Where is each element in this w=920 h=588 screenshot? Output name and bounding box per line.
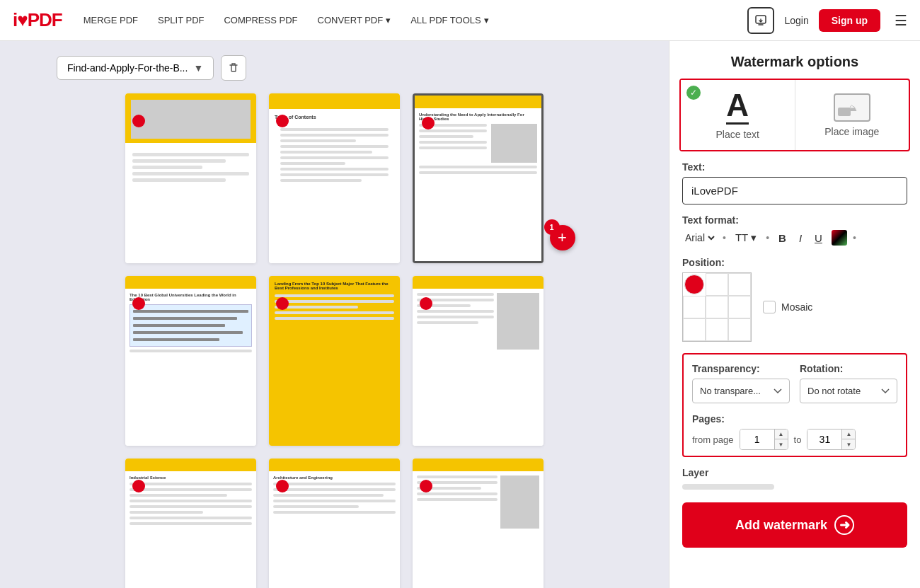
bold-button[interactable]: B — [775, 231, 790, 246]
pages-inputs: from page ▲ ▼ to ▲ ▼ — [692, 429, 897, 450]
position-bottom-center[interactable] — [706, 318, 728, 341]
main-layout: Find-and-Apply-For-the-B... ▼ Find and A… — [0, 41, 920, 588]
page-card[interactable] — [413, 276, 544, 446]
position-section: Position: Mos — [669, 257, 920, 353]
nav-compress-pdf[interactable]: COMPRESS PDF — [224, 15, 297, 25]
pages-label: Pages: — [692, 413, 897, 425]
from-page-input[interactable] — [740, 430, 774, 449]
page-count-badge: 1 — [544, 219, 560, 235]
place-image-label: Place image — [824, 126, 879, 137]
watermark-indicator — [132, 297, 145, 310]
logo[interactable]: i♥PDF — [13, 9, 62, 31]
to-page-spinners: ▲ ▼ — [841, 430, 855, 449]
page-card[interactable]: Landing From the Top 10 Subject Major Th… — [269, 276, 400, 446]
underline-button[interactable]: U — [811, 231, 826, 246]
font-family-select[interactable]: Arial — [682, 231, 717, 244]
page-card[interactable] — [413, 459, 544, 588]
header: i♥PDF MERGE PDF SPLIT PDF COMPRESS PDF C… — [0, 0, 920, 41]
layer-section: Layer — [669, 467, 920, 497]
add-page-button[interactable]: 1 + — [550, 225, 575, 250]
file-name: Find-and-Apply-For-the-B... — [67, 62, 188, 74]
page-card[interactable]: Table of Contents — [269, 93, 400, 263]
add-page-area: 1 + — [557, 232, 582, 258]
add-watermark-label: Add watermark — [735, 518, 827, 533]
logo-text: i♥PDF — [13, 9, 62, 31]
file-dropdown[interactable]: Find-and-Apply-For-the-B... ▼ — [57, 56, 214, 80]
file-selector: Find-and-Apply-For-the-B... ▼ — [57, 55, 246, 81]
nav-split-pdf[interactable]: SPLIT PDF — [158, 15, 205, 25]
nav-merge-pdf[interactable]: MERGE PDF — [84, 15, 138, 25]
watermark-type-options: ✓ A Place text Place image — [679, 79, 910, 151]
watermark-indicator — [276, 297, 289, 310]
italic-button[interactable]: I — [795, 231, 805, 246]
position-mid-right[interactable] — [728, 296, 751, 318]
position-bottom-left[interactable] — [683, 318, 706, 341]
delete-file-button[interactable] — [221, 55, 246, 81]
add-watermark-button[interactable]: Add watermark ➜ — [682, 502, 907, 548]
to-page-input-wrap: ▲ ▼ — [807, 429, 856, 450]
to-page-up[interactable]: ▲ — [842, 430, 855, 439]
rotation-select[interactable]: Do not rotate — [800, 379, 897, 403]
image-placeholder-icon — [834, 93, 870, 122]
text-format-row: Arial • TT ▾ • B I U • — [682, 230, 907, 246]
transparency-label: Transparency: — [692, 363, 790, 374]
watermark-text-input[interactable] — [682, 177, 907, 204]
to-page-input[interactable] — [807, 430, 841, 449]
nav-convert-pdf[interactable]: CONVERT PDF ▾ — [318, 15, 391, 25]
position-top-center[interactable] — [706, 273, 728, 296]
place-text-label: Place text — [716, 129, 759, 140]
sidebar: Watermark options ✓ A Place text Place i… — [669, 41, 920, 588]
pages-grid: Find and Apply For the Best Institutes I… — [122, 93, 547, 588]
main-nav: MERGE PDF SPLIT PDF COMPRESS PDF CONVERT… — [84, 15, 748, 25]
text-section: Text: — [669, 161, 920, 214]
position-top-right[interactable] — [728, 273, 751, 296]
from-page-down[interactable]: ▼ — [775, 439, 788, 449]
position-top-left[interactable] — [684, 275, 704, 294]
page-card[interactable]: The 10 Best Global Universities Leading … — [125, 276, 256, 446]
download-app-button[interactable] — [747, 7, 774, 34]
text-a-icon: A — [726, 90, 749, 125]
to-page-down[interactable]: ▼ — [842, 439, 855, 449]
transparency-col: Transparency: No transpare... — [692, 363, 790, 403]
watermark-indicator — [420, 297, 432, 310]
font-size-button[interactable]: TT ▾ — [732, 230, 760, 246]
watermark-indicator — [422, 117, 435, 129]
pdf-area: Find-and-Apply-For-the-B... ▼ Find and A… — [0, 41, 669, 588]
selected-check-icon: ✓ — [686, 86, 701, 100]
text-format-label: Text format: — [682, 214, 907, 226]
mosaic-label: Mosaic — [781, 301, 812, 313]
text-field-label: Text: — [682, 161, 907, 173]
signup-button[interactable]: Sign up — [819, 9, 880, 32]
menu-icon[interactable]: ☰ — [895, 12, 907, 29]
from-page-input-wrap: ▲ ▼ — [740, 429, 788, 450]
position-bottom-right[interactable] — [728, 318, 751, 341]
page-card[interactable]: Understanding the Need to Apply Internat… — [413, 93, 544, 263]
login-button[interactable]: Login — [784, 15, 808, 26]
position-center[interactable] — [706, 296, 728, 318]
page-card[interactable]: Find and Apply For the Best Institutes I… — [125, 93, 256, 263]
watermark-indicator — [276, 480, 289, 492]
nav-all-tools[interactable]: ALL PDF TOOLS ▾ — [410, 15, 488, 25]
page-card[interactable]: Industrial Science — [125, 459, 256, 588]
transparency-select[interactable]: No transpare... — [692, 379, 790, 403]
sidebar-title: Watermark options — [669, 41, 920, 79]
add-watermark-circle-icon: ➜ — [834, 515, 854, 535]
dropdown-arrow-icon: ▼ — [193, 62, 203, 74]
pages-inner: Pages: from page ▲ ▼ to ▲ — [692, 413, 897, 450]
watermark-indicator — [276, 115, 289, 127]
place-text-option[interactable]: ✓ A Place text — [681, 80, 795, 150]
from-page-spinners: ▲ ▼ — [774, 430, 788, 449]
transparency-rotation-row: Transparency: No transpare... Rotation: … — [692, 363, 897, 403]
position-mid-left[interactable] — [683, 296, 706, 318]
mosaic-checkbox[interactable] — [763, 301, 776, 313]
color-picker-button[interactable] — [832, 230, 847, 246]
rotation-col: Rotation: Do not rotate — [800, 363, 897, 403]
rotation-label: Rotation: — [800, 363, 897, 374]
layer-label: Layer — [682, 467, 907, 478]
from-page-text: from page — [692, 434, 734, 445]
layer-slider[interactable] — [682, 484, 774, 490]
place-image-option[interactable]: Place image — [795, 80, 909, 150]
page-card[interactable]: Architecture and Engineering — [269, 459, 400, 588]
from-page-up[interactable]: ▲ — [775, 430, 788, 439]
position-row: Mosaic — [682, 272, 907, 342]
